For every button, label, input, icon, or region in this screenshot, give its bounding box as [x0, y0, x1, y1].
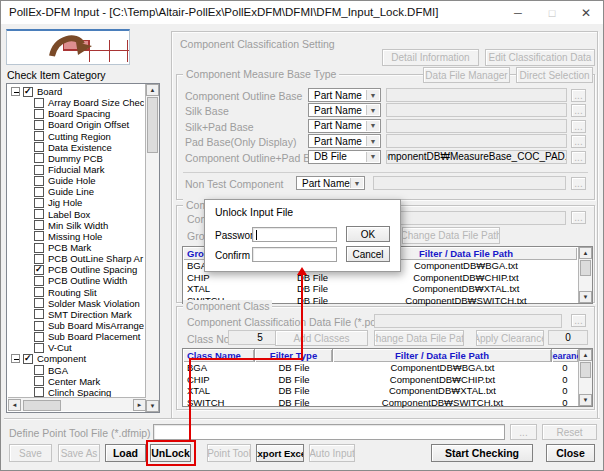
measure-type-dropdown[interactable]: Part Name▼: [308, 88, 381, 102]
scrollbar-thumb[interactable]: [23, 400, 61, 411]
tree-item-label[interactable]: Component: [37, 353, 86, 364]
ok-button[interactable]: OK: [346, 226, 390, 242]
table-row[interactable]: CHIP DB File ComponentDB₩CHIP.txt: [183, 272, 592, 284]
group-data-file-field[interactable]: [373, 211, 566, 225]
point-tool-button[interactable]: Point Tool: [207, 444, 251, 462]
tree-item[interactable]: PCB Outline Spacing: [8, 264, 144, 275]
direct-selection-button[interactable]: Direct Selection: [516, 67, 593, 83]
scrollbar-thumb[interactable]: [580, 260, 591, 276]
measure-type-dropdown[interactable]: Part Name▼: [308, 103, 381, 117]
tree-checkbox[interactable]: [34, 365, 44, 375]
data-file-manager-button[interactable]: Data File Manager: [423, 67, 510, 83]
tree-item[interactable]: Label Box: [8, 209, 144, 220]
scroll-left-icon[interactable]: ◄: [8, 399, 21, 411]
tree-item-label[interactable]: Sub Board MisArrange: [48, 320, 144, 331]
tree-checkbox[interactable]: [34, 387, 44, 397]
tree-checkbox[interactable]: [34, 265, 44, 275]
maximize-button[interactable]: □: [535, 1, 569, 24]
scroll-down-icon[interactable]: ▼: [146, 400, 159, 412]
tree-item-label[interactable]: Board: [37, 86, 62, 97]
tree-checkbox[interactable]: [23, 87, 33, 97]
tree-item[interactable]: Board Spacing: [8, 108, 144, 119]
tree-item[interactable]: Dummy PCB: [8, 153, 144, 164]
tree-item-label[interactable]: Dummy PCB: [48, 153, 103, 164]
tree-item[interactable]: Missing Hole: [8, 231, 144, 242]
tree-vscrollbar[interactable]: ▲ ▼: [145, 84, 159, 412]
scrollbar-thumb[interactable]: [580, 362, 591, 378]
tree-checkbox[interactable]: [34, 198, 44, 208]
change-data-file-path-button[interactable]: Change Data File Path: [374, 330, 464, 346]
measure-file-field[interactable]: [386, 88, 567, 102]
tree-item-label[interactable]: Min Silk Width: [48, 220, 108, 231]
point-tool-file-input[interactable]: [153, 424, 505, 440]
tree-checkbox[interactable]: [34, 176, 44, 186]
tree-item-label[interactable]: Solder Mask Violation: [48, 298, 140, 309]
measure-type-dropdown[interactable]: Part Name▼: [308, 119, 381, 133]
tree-item-label[interactable]: Guide Line: [48, 186, 94, 197]
tree-checkbox[interactable]: [34, 298, 44, 308]
tree-item[interactable]: Board Origin Offset: [8, 119, 144, 130]
add-classes-button[interactable]: Add Classes: [275, 330, 368, 346]
measure-file-field[interactable]: [386, 134, 567, 148]
browse-button[interactable]: ...: [571, 135, 586, 148]
tree-item-label[interactable]: Routing Slit: [48, 287, 97, 298]
tree-checkbox[interactable]: [34, 187, 44, 197]
tree-item-label[interactable]: Board Spacing: [48, 108, 110, 119]
tree-item-label[interactable]: Center Mark: [48, 376, 100, 387]
tree-hscrollbar[interactable]: ◄ ►: [8, 397, 146, 411]
reset-button[interactable]: Reset: [542, 424, 597, 440]
close-window-button[interactable]: ✕: [569, 1, 603, 24]
tree-checkbox[interactable]: [34, 321, 44, 331]
tree-item-label[interactable]: Guide Hole: [48, 175, 96, 186]
non-test-dropdown[interactable]: Part Name▼: [296, 176, 365, 190]
table-row[interactable]: SWITCH DB File ComponentDB₩SWITCH.txt 0: [183, 397, 592, 409]
tree-checkbox[interactable]: [34, 332, 44, 342]
cancel-button[interactable]: Cancel: [346, 246, 390, 262]
tree-expander-minus-icon[interactable]: [11, 87, 20, 96]
tree-checkbox[interactable]: [34, 287, 44, 297]
measure-type-dropdown[interactable]: Part Name▼: [308, 134, 381, 148]
save-as-button[interactable]: Save As: [58, 444, 100, 462]
tree-item-label[interactable]: PCB Mark: [48, 242, 91, 253]
tree-checkbox[interactable]: [34, 231, 44, 241]
tree-item[interactable]: Solder Mask Violation: [8, 298, 144, 309]
non-test-file-field[interactable]: [373, 176, 566, 190]
tree-checkbox[interactable]: [34, 309, 44, 319]
tree-item[interactable]: Fiducial Mark: [8, 164, 144, 175]
class-data-file-field[interactable]: [374, 314, 562, 328]
browse-button[interactable]: ...: [571, 120, 586, 133]
save-button[interactable]: Save: [9, 444, 52, 462]
check-item-tree[interactable]: Board Array Board Size Chec Board Spacin…: [6, 83, 160, 413]
tree-item[interactable]: Jig Hole: [8, 197, 144, 208]
tree-checkbox[interactable]: [34, 165, 44, 175]
tree-item-label[interactable]: PCB Outline Width: [48, 275, 127, 286]
tree-item[interactable]: PCB Outline Width: [8, 275, 144, 286]
tree-checkbox[interactable]: [34, 109, 44, 119]
tree-checkbox[interactable]: [23, 354, 33, 364]
tree-item-label[interactable]: BGA: [48, 365, 68, 376]
table-row[interactable]: XTAL DB File ComponentDB₩XTAL.txt 0: [183, 385, 592, 397]
tree-checkbox[interactable]: [34, 209, 44, 219]
tree-item-label[interactable]: Fiducial Mark: [48, 164, 105, 175]
tree-checkbox[interactable]: [34, 243, 44, 253]
measure-type-dropdown[interactable]: DB File▼: [308, 150, 381, 164]
tree-item[interactable]: BGA: [8, 365, 144, 376]
tree-item[interactable]: Array Board Size Chec: [8, 97, 144, 108]
browse-button[interactable]: ...: [571, 89, 586, 102]
tree-item-label[interactable]: PCB Outline Spacing: [48, 264, 137, 275]
scroll-down-icon[interactable]: ▼: [579, 291, 592, 303]
chevron-down-icon[interactable]: ▼: [350, 178, 363, 188]
load-button[interactable]: Load: [105, 444, 146, 462]
tree-item-label[interactable]: V-Cut: [48, 342, 72, 353]
tree-item-label[interactable]: Label Box: [48, 209, 90, 220]
tree-item-label[interactable]: Data Existence: [48, 142, 112, 153]
tree-checkbox[interactable]: [34, 153, 44, 163]
measure-file-field[interactable]: [386, 103, 567, 117]
scroll-up-icon[interactable]: ▲: [579, 349, 592, 361]
footer-browse-button[interactable]: ...: [510, 424, 537, 440]
tree-item[interactable]: Guide Hole: [8, 175, 144, 186]
scroll-up-icon[interactable]: ▲: [579, 247, 592, 259]
tree-item[interactable]: Sub Board Placement: [8, 331, 144, 342]
browse-button[interactable]: ...: [571, 314, 586, 327]
confirm-input[interactable]: [252, 247, 337, 262]
